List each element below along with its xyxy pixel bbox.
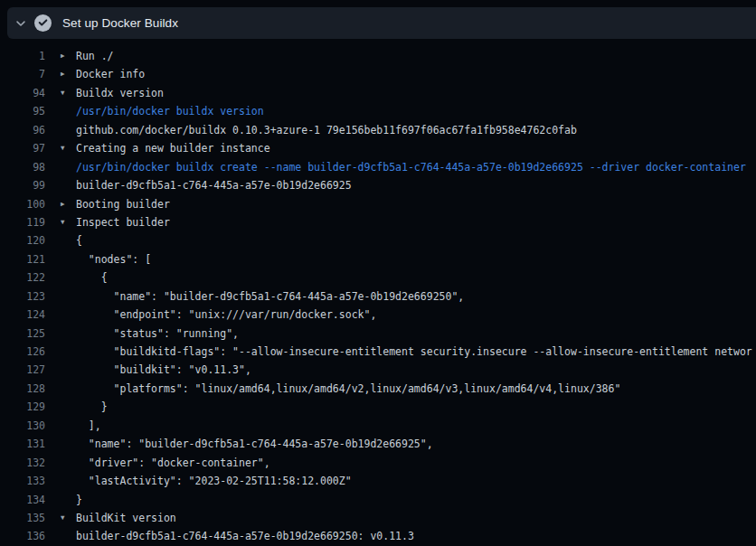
log-output-text: builder-d9cfb5a1-c764-445a-a57e-0b19d2e6… [76, 527, 414, 545]
arrow-spacer [61, 306, 75, 324]
arrow-spacer [61, 454, 75, 472]
arrow-spacer [61, 325, 75, 343]
log-line: 98/usr/bin/docker buildx create --name b… [0, 158, 756, 176]
log-output-text: { [76, 231, 82, 249]
line-number[interactable]: 94 [0, 84, 45, 102]
log-output-text: ], [76, 417, 101, 435]
arrow-spacer [61, 287, 75, 306]
log-group-label: Booting builder [76, 195, 170, 213]
triangle-down-icon[interactable]: ▼ [61, 84, 75, 102]
log-line: 124 "endpoint": "unix:///var/run/docker.… [0, 306, 756, 324]
log-line: 120{ [0, 231, 756, 249]
log-output-text: "name": "builder-d9cfb5a1-c764-445a-a57e… [76, 287, 464, 306]
log-line: 131 "name": "builder-d9cfb5a1-c764-445a-… [0, 435, 756, 453]
line-number[interactable]: 123 [0, 287, 45, 306]
log-group-label: Docker info [76, 65, 145, 83]
arrow-spacer [61, 268, 75, 287]
log-line: 133 "lastActivity": "2023-02-25T11:58:12… [0, 472, 756, 490]
line-number[interactable]: 125 [0, 325, 45, 343]
line-number[interactable]: 96 [0, 121, 45, 139]
arrow-spacer [61, 472, 75, 490]
line-number[interactable]: 132 [0, 454, 45, 472]
arrow-spacer [61, 380, 75, 398]
log-line: 127 "buildkit": "v0.11.3", [0, 361, 756, 379]
line-number[interactable]: 98 [0, 158, 45, 176]
line-number[interactable]: 1 [0, 47, 45, 65]
log-group-label: Inspect builder [76, 213, 170, 231]
log-group-label: Run ./ [76, 47, 114, 65]
log-group-line[interactable]: 94▼Buildx version [0, 84, 756, 102]
arrow-spacer [61, 343, 75, 361]
log-command-text: /usr/bin/docker buildx version [76, 102, 264, 120]
arrow-spacer [61, 435, 75, 453]
log-group-line[interactable]: 97▼Creating a new builder instance [0, 139, 756, 157]
line-number[interactable]: 126 [0, 343, 45, 361]
line-number[interactable]: 122 [0, 268, 45, 287]
line-number[interactable]: 7 [0, 65, 45, 83]
log-output-text: "buildkitd-flags": "--allow-insecure-ent… [76, 343, 752, 361]
line-number[interactable]: 136 [0, 527, 45, 545]
line-number[interactable]: 124 [0, 306, 45, 324]
line-number[interactable]: 127 [0, 361, 45, 379]
line-number[interactable]: 131 [0, 435, 45, 453]
chevron-down-icon[interactable] [7, 17, 34, 30]
log-group-label: Creating a new builder instance [76, 139, 270, 157]
arrow-spacer [61, 527, 75, 545]
line-number[interactable]: 99 [0, 176, 45, 194]
log-line: 130 ], [0, 417, 756, 435]
log-group-line[interactable]: 119▼Inspect builder [0, 213, 756, 231]
arrow-spacer [61, 491, 75, 509]
arrow-spacer [61, 176, 75, 194]
line-number[interactable]: 100 [0, 195, 45, 213]
arrow-spacer [61, 250, 75, 268]
line-number[interactable]: 121 [0, 250, 45, 268]
log-output-text: "nodes": [ [76, 250, 151, 268]
log-group-label: Buildx version [76, 84, 164, 102]
log-line: 129 } [0, 398, 756, 416]
log-output-text: { [76, 268, 108, 287]
log-output-text: "buildkit": "v0.11.3", [76, 361, 251, 379]
triangle-right-icon[interactable]: ▶ [61, 65, 75, 83]
line-number[interactable]: 133 [0, 472, 45, 490]
arrow-spacer [61, 231, 75, 249]
arrow-spacer [61, 398, 75, 416]
triangle-right-icon[interactable]: ▶ [61, 195, 75, 213]
log-group-line[interactable]: 1▶Run ./ [0, 47, 756, 65]
line-number[interactable]: 135 [0, 509, 45, 527]
log-output-text: "platforms": "linux/amd64,linux/amd64/v2… [76, 380, 620, 398]
log-group-line[interactable]: 135▼BuildKit version [0, 509, 756, 527]
log-group-line[interactable]: 7▶Docker info [0, 65, 756, 83]
triangle-right-icon[interactable]: ▶ [61, 47, 75, 65]
triangle-down-icon[interactable]: ▼ [61, 139, 75, 157]
line-number[interactable]: 130 [0, 417, 45, 435]
log-line: 126 "buildkitd-flags": "--allow-insecure… [0, 343, 756, 361]
log-area[interactable]: 1▶Run ./7▶Docker info94▼Buildx version95… [0, 39, 756, 546]
arrow-spacer [61, 417, 75, 435]
line-number[interactable]: 97 [0, 139, 45, 157]
line-number[interactable]: 95 [0, 102, 45, 120]
line-number[interactable]: 129 [0, 398, 45, 416]
log-line: 95/usr/bin/docker buildx version [0, 102, 756, 120]
log-output-text: "lastActivity": "2023-02-25T11:58:12.000… [76, 472, 352, 490]
step-header[interactable]: Set up Docker Buildx [7, 7, 756, 39]
log-output-text: "name": "builder-d9cfb5a1-c764-445a-a57e… [76, 435, 433, 453]
arrow-spacer [61, 102, 75, 120]
log-output-text: github.com/docker/buildx 0.10.3+azure-1 … [76, 121, 577, 139]
line-number[interactable]: 119 [0, 213, 45, 231]
log-command-text: /usr/bin/docker buildx create --name bui… [76, 158, 746, 176]
log-line: 96github.com/docker/buildx 0.10.3+azure-… [0, 121, 756, 139]
log-output-text: } [76, 398, 108, 416]
log-output-text: "status": "running", [76, 325, 239, 343]
line-number[interactable]: 128 [0, 380, 45, 398]
log-output-text: "driver": "docker-container", [76, 454, 270, 472]
log-group-label: BuildKit version [76, 509, 176, 527]
line-number[interactable]: 134 [0, 491, 45, 509]
line-number[interactable]: 120 [0, 231, 45, 249]
log-line: 134} [0, 491, 756, 509]
triangle-down-icon[interactable]: ▼ [61, 213, 75, 231]
log-line: 125 "status": "running", [0, 325, 756, 343]
log-output-text: } [76, 491, 82, 509]
log-group-line[interactable]: 100▶Booting builder [0, 195, 756, 213]
log-line: 132 "driver": "docker-container", [0, 454, 756, 472]
triangle-down-icon[interactable]: ▼ [61, 509, 75, 527]
